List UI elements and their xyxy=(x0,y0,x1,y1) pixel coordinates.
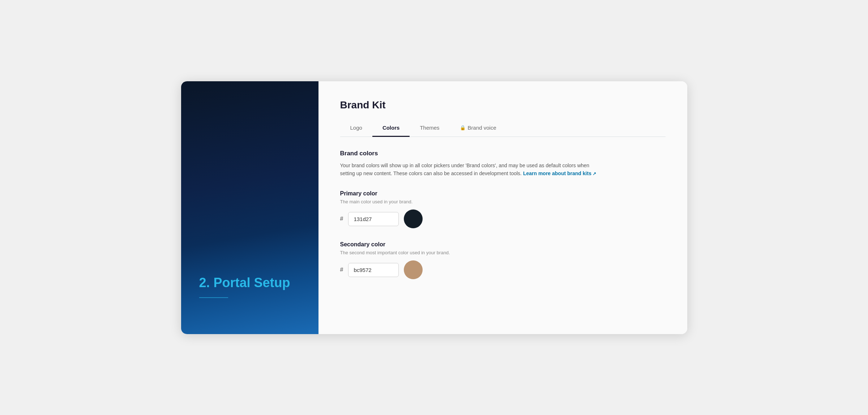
tab-brand-voice-label: Brand voice xyxy=(468,125,496,131)
portal-divider xyxy=(199,297,228,298)
brand-colors-title: Brand colors xyxy=(340,150,666,157)
tab-logo-label: Logo xyxy=(350,125,362,131)
primary-color-swatch[interactable] xyxy=(404,209,423,228)
tab-themes[interactable]: Themes xyxy=(410,121,449,137)
tab-colors-label: Colors xyxy=(382,125,400,131)
secondary-color-input-row: # xyxy=(340,260,666,279)
primary-color-sublabel: The main color used in your brand. xyxy=(340,199,666,204)
primary-color-input-row: # xyxy=(340,209,666,228)
portal-setup-title: 2. Portal Setup xyxy=(199,275,300,290)
tab-themes-label: Themes xyxy=(420,125,439,131)
page-title: Brand Kit xyxy=(340,99,666,111)
lock-icon: 🔒 xyxy=(460,125,466,130)
primary-hash: # xyxy=(340,216,343,222)
tab-brand-voice[interactable]: 🔒 Brand voice xyxy=(450,121,506,137)
left-panel: 2. Portal Setup xyxy=(181,81,318,334)
secondary-hash: # xyxy=(340,267,343,273)
learn-more-link[interactable]: Learn more about brand kits xyxy=(523,170,596,176)
secondary-color-sublabel: The second most important color used in … xyxy=(340,250,666,255)
primary-color-input[interactable] xyxy=(348,212,399,226)
tab-logo[interactable]: Logo xyxy=(340,121,372,137)
brand-colors-description: Your brand colors will show up in all co… xyxy=(340,161,600,178)
tab-colors[interactable]: Colors xyxy=(372,121,410,137)
secondary-color-swatch[interactable] xyxy=(404,260,423,279)
app-container: 2. Portal Setup Brand Kit Logo Colors Th… xyxy=(181,81,687,334)
secondary-color-input[interactable] xyxy=(348,263,399,277)
secondary-color-label: Secondary color xyxy=(340,241,666,248)
primary-color-label: Primary color xyxy=(340,190,666,197)
right-panel: Brand Kit Logo Colors Themes 🔒 Brand voi… xyxy=(318,81,687,334)
secondary-color-section: Secondary color The second most importan… xyxy=(340,241,666,279)
primary-color-section: Primary color The main color used in you… xyxy=(340,190,666,228)
left-panel-content: 2. Portal Setup xyxy=(199,275,300,298)
brand-colors-section: Brand colors Your brand colors will show… xyxy=(340,150,666,280)
tabs-container: Logo Colors Themes 🔒 Brand voice xyxy=(340,121,666,137)
